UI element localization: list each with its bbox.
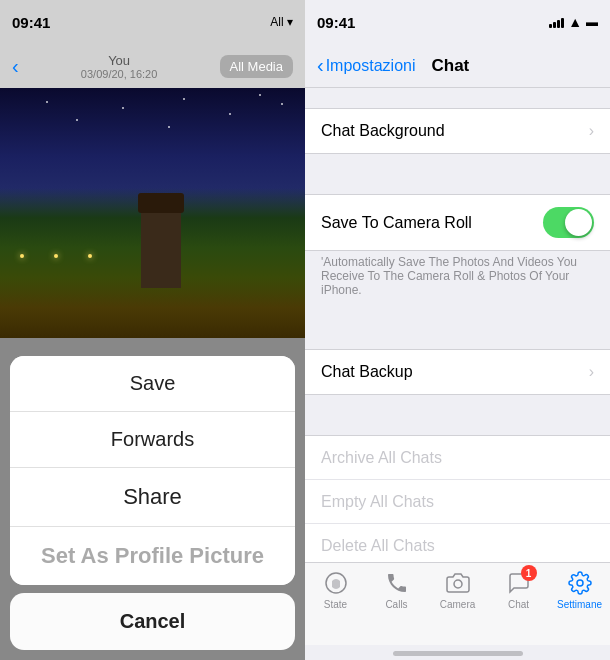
tab-camera[interactable]: Camera [427, 569, 488, 610]
back-to-settings[interactable]: ‹ Impostazioni [317, 54, 416, 77]
state-tab-label: State [324, 599, 347, 610]
left-header-info: You 03/09/20, 16:20 [81, 53, 157, 80]
empty-all-label: Empty All Chats [321, 493, 434, 511]
svg-point-1 [454, 580, 462, 588]
chat-background-chevron-icon: › [589, 122, 594, 140]
tower-element [141, 208, 181, 288]
state-tab-icon [322, 569, 350, 597]
tab-bar: State Calls Camera [305, 562, 610, 645]
battery-icon: ▬ [586, 15, 598, 29]
left-time: 09:41 [12, 14, 50, 31]
chat-badge: 1 [521, 565, 537, 581]
cell-signal-icon [549, 16, 564, 28]
right-header: ‹ Impostazioni Chat [305, 44, 610, 88]
chat-background-label: Chat Background [321, 122, 445, 140]
section-danger: Archive All Chats Empty All Chats Delete… [305, 435, 610, 562]
archive-all-label: Archive All Chats [321, 449, 442, 467]
section-gap-1 [305, 154, 610, 174]
settings-tab-icon [566, 569, 594, 597]
delete-all-row: Delete All Chats [305, 524, 610, 562]
save-camera-roll-toggle[interactable] [543, 207, 594, 238]
photo-view [0, 88, 305, 338]
calls-tab-icon [383, 569, 411, 597]
calls-tab-label: Calls [385, 599, 407, 610]
action-sheet-main: Save Forwards Share Set As Profile Pictu… [10, 356, 295, 585]
right-status-bar: 09:41 ▲ ▬ [305, 0, 610, 44]
chat-background-row[interactable]: Chat Background › [305, 109, 610, 153]
section-gap-2 [305, 309, 610, 329]
section-backup: Chat Backup › [305, 349, 610, 395]
chat-backup-label: Chat Backup [321, 363, 413, 381]
left-header-you: You [81, 53, 157, 68]
chat-background-right: › [589, 122, 594, 140]
camera-roll-description: 'Automatically Save The Photos And Video… [305, 251, 610, 309]
back-label: Impostazioni [326, 57, 416, 75]
all-indicator: All ▾ [270, 15, 293, 29]
left-status-bar: 09:41 All ▾ [0, 0, 305, 44]
left-header-date: 03/09/20, 16:20 [81, 68, 157, 80]
action-sheet: Save Forwards Share Set As Profile Pictu… [10, 356, 295, 660]
tab-calls[interactable]: Calls [366, 569, 427, 610]
chat-backup-right: › [589, 363, 594, 381]
tab-state[interactable]: State [305, 569, 366, 610]
lights-decoration [20, 254, 92, 258]
section-gap-3 [305, 395, 610, 415]
chat-tab-icon: 1 [505, 569, 533, 597]
camera-tab-label: Camera [440, 599, 476, 610]
archive-all-row: Archive All Chats [305, 436, 610, 480]
left-header: ‹ You 03/09/20, 16:20 All Media [0, 44, 305, 88]
settings-tab-label: Settimane [557, 599, 602, 610]
chat-backup-chevron-icon: › [589, 363, 594, 381]
svg-point-2 [577, 580, 583, 586]
set-profile-action[interactable]: Set As Profile Picture [10, 527, 295, 585]
empty-all-row: Empty All Chats [305, 480, 610, 524]
page-title: Chat [432, 56, 470, 76]
left-status-icons: All ▾ [270, 15, 293, 29]
signal-icons: ▲ ▬ [549, 14, 598, 30]
tab-settings[interactable]: Settimane [549, 569, 610, 610]
delete-all-label: Delete All Chats [321, 537, 435, 555]
right-time: 09:41 [317, 14, 355, 31]
chat-backup-row[interactable]: Chat Backup › [305, 350, 610, 394]
all-media-button[interactable]: All Media [220, 55, 293, 78]
share-action[interactable]: Share [10, 468, 295, 527]
settings-content: Chat Background › Save To Camera Roll 'A… [305, 88, 610, 562]
tab-chat[interactable]: 1 Chat [488, 569, 549, 610]
save-camera-roll-right [543, 207, 594, 238]
save-action[interactable]: Save [10, 356, 295, 412]
chat-tab-label: Chat [508, 599, 529, 610]
home-indicator [393, 651, 523, 656]
left-back-button[interactable]: ‹ [12, 55, 19, 78]
left-panel: 09:41 All ▾ ‹ You 03/09/20, 16:20 All Me… [0, 0, 305, 660]
save-camera-roll-row[interactable]: Save To Camera Roll [305, 195, 610, 250]
right-panel: 09:41 ▲ ▬ ‹ Impostazioni Chat Chat Backg… [305, 0, 610, 660]
cancel-action[interactable]: Cancel [10, 593, 295, 650]
camera-tab-icon [444, 569, 472, 597]
wifi-icon: ▲ [568, 14, 582, 30]
back-chevron-icon: ‹ [317, 54, 324, 77]
section-camera-roll: Save To Camera Roll [305, 194, 610, 251]
toggle-knob [565, 209, 592, 236]
save-camera-roll-label: Save To Camera Roll [321, 214, 472, 232]
section-background: Chat Background › [305, 108, 610, 154]
forward-action[interactable]: Forwards [10, 412, 295, 468]
